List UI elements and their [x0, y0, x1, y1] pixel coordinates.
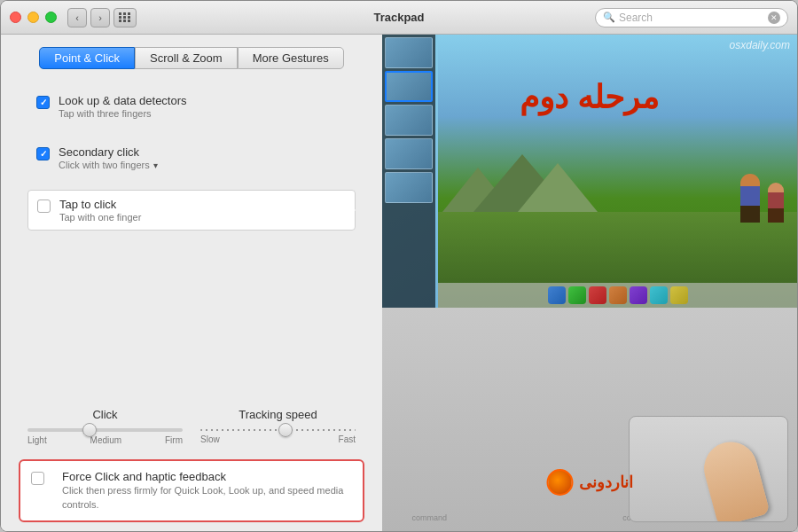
lookup-label: Look up & data detectors — [59, 94, 187, 107]
tracking-speed-slider-group: Tracking speed Slow Fast — [200, 408, 356, 445]
force-click-text: Force Click and haptic feedback Click th… — [62, 470, 352, 512]
screen-main-image — [438, 35, 797, 308]
dock-icon-5 — [630, 286, 647, 304]
traffic-lights — [10, 12, 57, 23]
forward-button[interactable]: › — [90, 8, 110, 27]
tap-to-click-label: Tap to click — [59, 198, 141, 211]
lookup-sublabel: Tap with three fingers — [59, 108, 187, 119]
back-button[interactable]: ‹ — [67, 8, 87, 27]
force-click-label: Force Click and haptic feedback — [62, 470, 352, 483]
laptop-screen: osxdaily.com — [382, 35, 797, 308]
logo-circle-icon — [547, 469, 574, 496]
nav-buttons: ‹ › — [67, 8, 110, 27]
finger — [708, 442, 778, 522]
tracking-speed-thumb[interactable] — [278, 423, 293, 437]
tap-to-click-sublabel: Tap with one finger — [59, 212, 141, 223]
tab-more-gestures[interactable]: More Gestures — [238, 47, 344, 69]
dock-icon-4 — [609, 286, 627, 304]
main-window: ‹ › Trackpad 🔍 Search ✕ Point & Click Sc… — [0, 0, 798, 532]
red-overlay-text: مرحله دوم — [520, 79, 659, 116]
finger-shape — [698, 436, 770, 522]
titlebar: ‹ › Trackpad 🔍 Search ✕ — [1, 1, 797, 35]
click-slider-thumb[interactable] — [82, 423, 97, 437]
maximize-button[interactable] — [45, 12, 57, 23]
thumb-4 — [385, 138, 433, 169]
lookup-option: Look up & data detectors Tap with three … — [27, 87, 356, 126]
laptop-body: osxdaily.com command command option — [382, 35, 797, 531]
force-click-inner: Force Click and haptic feedback Click th… — [31, 470, 352, 512]
dock-icon-2 — [568, 286, 586, 304]
tracking-speed-title: Tracking speed — [239, 408, 317, 421]
dock-icon-6 — [650, 286, 668, 304]
screen-content: osxdaily.com — [382, 35, 797, 308]
lookup-checkbox[interactable] — [36, 96, 50, 109]
thumb-2 — [385, 71, 433, 102]
tracking-speed-track[interactable] — [200, 429, 356, 431]
click-slider-group: Click Light Medium Firm — [27, 408, 183, 445]
dock-icon-1 — [548, 286, 566, 304]
tracking-speed-labels: Slow Fast — [200, 434, 356, 444]
mountain-3 — [518, 163, 598, 212]
click-slider-labels: Light Medium Firm — [27, 435, 183, 445]
thumb-1 — [385, 37, 433, 68]
click-label-light: Light — [27, 435, 47, 445]
window-title: Trackpad — [373, 11, 424, 24]
thumb-3 — [385, 105, 433, 136]
options-list: Look up & data detectors Tap with three … — [1, 78, 382, 399]
hiker-1 — [740, 174, 760, 223]
tracking-label-fast: Fast — [339, 434, 356, 444]
secondary-click-option: Secondary click Click with two fingers ▾ — [27, 138, 356, 177]
click-label-medium: Medium — [90, 435, 122, 445]
click-slider-title: Click — [92, 408, 117, 421]
search-box[interactable]: 🔍 Search ✕ — [595, 8, 788, 27]
tap-to-click-text: Tap to click Tap with one finger — [59, 198, 141, 223]
dropdown-arrow-icon[interactable]: ▾ — [153, 160, 158, 170]
kbd-command-left: command — [411, 513, 447, 522]
thumbnail-strip — [382, 35, 435, 308]
hikers — [740, 174, 784, 226]
grid-icon — [119, 12, 131, 22]
tab-scroll-zoom[interactable]: Scroll & Zoom — [135, 47, 238, 69]
lookup-text: Look up & data detectors Tap with three … — [59, 94, 187, 119]
trackpad-image: osxdaily.com command command option — [382, 35, 797, 531]
secondary-click-checkbox[interactable] — [36, 147, 50, 160]
watermark: osxdaily.com — [730, 39, 790, 51]
tap-to-click-option: Tap to click Tap with one finger — [27, 190, 356, 231]
force-click-checkbox[interactable] — [31, 472, 44, 485]
content-area: Point & Click Scroll & Zoom More Gesture… — [1, 35, 797, 531]
left-panel: Point & Click Scroll & Zoom More Gesture… — [1, 35, 382, 531]
search-placeholder: Search — [619, 12, 768, 24]
hiker-2 — [768, 183, 784, 223]
trackpad-surface — [629, 416, 788, 522]
logo-overlay: اناردونی — [547, 469, 633, 496]
click-label-firm: Firm — [165, 435, 183, 445]
tap-to-click-checkbox[interactable] — [37, 200, 51, 213]
click-slider-track[interactable] — [27, 428, 183, 432]
sliders-section: Click Light Medium Firm Tracking speed — [1, 399, 382, 459]
dock-icon-7 — [670, 286, 688, 304]
tracking-label-slow: Slow — [200, 434, 220, 444]
minimize-button[interactable] — [27, 12, 39, 23]
secondary-click-text: Secondary click Click with two fingers ▾ — [59, 145, 158, 170]
logo-text: اناردونی — [579, 473, 633, 492]
dock — [438, 283, 797, 308]
search-clear-button[interactable]: ✕ — [768, 12, 780, 24]
dock-icon-3 — [589, 286, 606, 304]
secondary-click-sublabel: Click with two fingers ▾ — [59, 160, 158, 170]
secondary-click-label: Secondary click — [59, 145, 158, 159]
force-click-section: Force Click and haptic feedback Click th… — [19, 459, 364, 522]
close-button[interactable] — [10, 12, 21, 23]
tab-bar: Point & Click Scroll & Zoom More Gesture… — [1, 35, 382, 78]
right-panel: osxdaily.com command command option — [382, 35, 797, 531]
grid-button[interactable] — [113, 8, 137, 27]
thumb-5 — [385, 172, 433, 203]
search-icon: 🔍 — [603, 12, 615, 23]
tab-point-click[interactable]: Point & Click — [39, 47, 135, 69]
force-click-sublabel: Click then press firmly for Quick Look, … — [62, 484, 352, 512]
